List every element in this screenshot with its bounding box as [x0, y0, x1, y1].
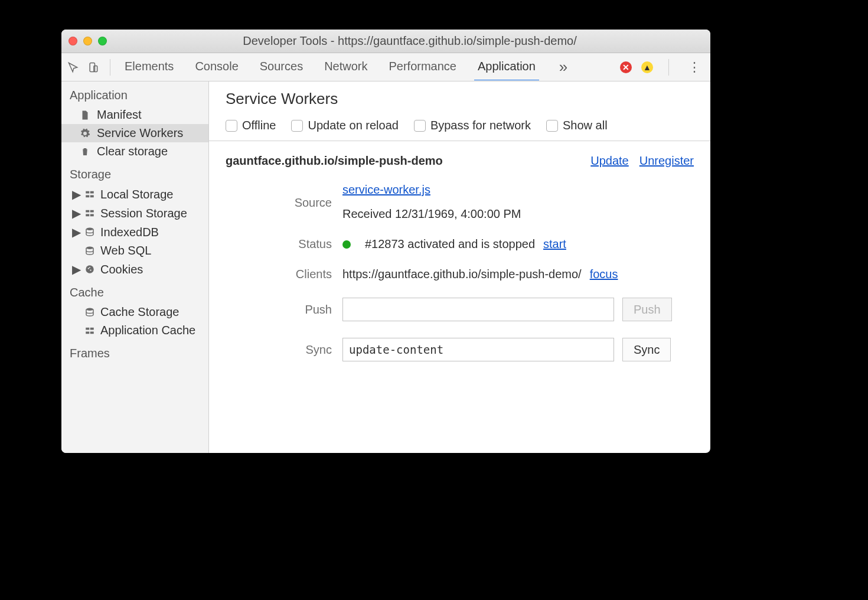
tab-sources[interactable]: Sources — [259, 54, 304, 80]
sidebar-item-label: Web SQL — [100, 244, 151, 257]
clients-label: Clients — [237, 268, 332, 281]
sidebar-item-label: Cache Storage — [100, 305, 179, 319]
svg-point-14 — [90, 269, 91, 270]
svg-rect-4 — [86, 195, 89, 198]
sidebar-section-frames: Frames — [61, 340, 208, 364]
application-sidebar: Application Manifest Service Workers Cle… — [61, 81, 209, 453]
grid-icon — [84, 325, 96, 337]
registration-details: Source service-worker.js Received 12/31/… — [209, 178, 710, 366]
panel-tabs: Elements Console Sources Network Perform… — [116, 54, 620, 80]
unregister-link[interactable]: Unregister — [639, 154, 694, 168]
registration-origin: gauntface.github.io/simple-push-demo — [226, 154, 580, 168]
errors-badge-icon[interactable]: ✕ — [620, 61, 632, 73]
received-text: Received 12/31/1969, 4:00:00 PM — [342, 207, 694, 221]
checkbox-label: Update on reload — [308, 119, 398, 132]
caret-right-icon: ▶ — [72, 262, 79, 276]
zoom-window-button[interactable] — [98, 37, 107, 45]
tab-application[interactable]: Application — [477, 54, 537, 80]
tab-elements[interactable]: Elements — [123, 54, 175, 80]
bypass-for-network-checkbox[interactable]: Bypass for network — [414, 119, 531, 132]
tab-performance[interactable]: Performance — [388, 54, 458, 80]
svg-point-15 — [89, 267, 90, 268]
sidebar-item-local-storage[interactable]: ▶ Local Storage — [61, 185, 208, 204]
sidebar-section-storage: Storage — [61, 161, 208, 185]
sidebar-item-cache-storage[interactable]: Cache Storage — [61, 303, 208, 321]
database-icon — [84, 245, 96, 257]
window-title: Developer Tools - https://gauntface.gith… — [116, 34, 703, 48]
sidebar-section-application: Application — [61, 81, 208, 106]
sidebar-item-label: Cookies — [100, 263, 143, 276]
update-on-reload-checkbox[interactable]: Update on reload — [291, 119, 398, 132]
devtools-menu-icon[interactable]: ⋮ — [684, 60, 704, 75]
svg-point-12 — [86, 265, 94, 273]
checkbox-icon — [226, 120, 237, 132]
caret-right-icon: ▶ — [72, 206, 79, 220]
checkbox-icon — [546, 120, 558, 132]
sidebar-section-cache: Cache — [61, 279, 208, 303]
sidebar-item-label: Session Storage — [100, 207, 187, 220]
database-icon — [84, 226, 96, 238]
push-button[interactable]: Push — [622, 298, 672, 321]
svg-point-10 — [86, 228, 93, 231]
source-label: Source — [237, 195, 332, 210]
devtools-tabstrip: Elements Console Sources Network Perform… — [61, 53, 710, 81]
inspect-element-icon[interactable] — [67, 61, 79, 73]
svg-rect-7 — [90, 210, 94, 213]
caret-right-icon: ▶ — [72, 225, 79, 239]
sidebar-item-label: Clear storage — [97, 145, 168, 158]
minimize-window-button[interactable] — [83, 37, 92, 45]
service-workers-panel: Service Workers Offline Update on reload… — [209, 81, 710, 453]
show-all-checkbox[interactable]: Show all — [546, 119, 608, 132]
grid-icon — [84, 188, 96, 200]
status-text: #12873 activated and is stopped — [365, 237, 535, 251]
svg-rect-9 — [90, 214, 94, 217]
tab-console[interactable]: Console — [194, 54, 239, 80]
window-titlebar: Developer Tools - https://gauntface.gith… — [61, 30, 710, 53]
focus-link[interactable]: focus — [590, 268, 618, 281]
sync-button[interactable]: Sync — [622, 338, 671, 361]
sidebar-item-indexeddb[interactable]: ▶ IndexedDB — [61, 223, 208, 242]
file-icon — [79, 109, 91, 121]
sidebar-item-application-cache[interactable]: Application Cache — [61, 321, 208, 340]
sidebar-item-session-storage[interactable]: ▶ Session Storage — [61, 204, 208, 223]
sidebar-item-label: Manifest — [97, 108, 142, 122]
sync-input[interactable] — [342, 338, 614, 361]
status-label: Status — [237, 237, 332, 251]
tabs-overflow-icon[interactable]: » — [556, 58, 571, 76]
sync-label: Sync — [237, 343, 332, 357]
warnings-badge-icon[interactable]: ▲ — [641, 61, 653, 73]
sidebar-item-clear-storage[interactable]: Clear storage — [61, 142, 208, 161]
svg-rect-19 — [86, 331, 89, 334]
sidebar-item-service-workers[interactable]: Service Workers — [61, 124, 208, 142]
source-link[interactable]: service-worker.js — [342, 183, 694, 197]
divider — [110, 59, 110, 76]
svg-point-11 — [86, 246, 93, 249]
sidebar-item-label: Local Storage — [100, 188, 173, 201]
panel-title: Service Workers — [209, 81, 710, 119]
sidebar-item-cookies[interactable]: ▶ Cookies — [61, 260, 208, 279]
svg-point-13 — [88, 268, 89, 269]
svg-rect-17 — [86, 327, 89, 330]
sidebar-item-manifest[interactable]: Manifest — [61, 106, 208, 124]
svg-rect-3 — [90, 191, 94, 194]
update-link[interactable]: Update — [590, 154, 629, 168]
sidebar-item-label: Service Workers — [97, 126, 183, 140]
status-indicator-icon — [342, 240, 351, 249]
start-link[interactable]: start — [543, 237, 566, 251]
devtools-body: Application Manifest Service Workers Cle… — [61, 81, 710, 453]
traffic-lights — [68, 37, 107, 45]
svg-rect-5 — [90, 195, 94, 198]
divider — [668, 59, 669, 76]
trash-icon — [79, 146, 91, 158]
device-toggle-icon[interactable] — [87, 61, 99, 73]
checkbox-label: Offline — [242, 119, 276, 132]
close-window-button[interactable] — [68, 37, 77, 45]
cookie-icon — [84, 263, 96, 275]
offline-checkbox[interactable]: Offline — [226, 119, 276, 132]
push-input[interactable] — [342, 298, 614, 321]
sidebar-item-websql[interactable]: Web SQL — [61, 242, 208, 260]
panel-toolbar: Offline Update on reload Bypass for netw… — [209, 119, 710, 141]
caret-right-icon: ▶ — [72, 187, 79, 201]
client-url: https://gauntface.github.io/simple-push-… — [342, 268, 582, 281]
tab-network[interactable]: Network — [323, 54, 368, 80]
